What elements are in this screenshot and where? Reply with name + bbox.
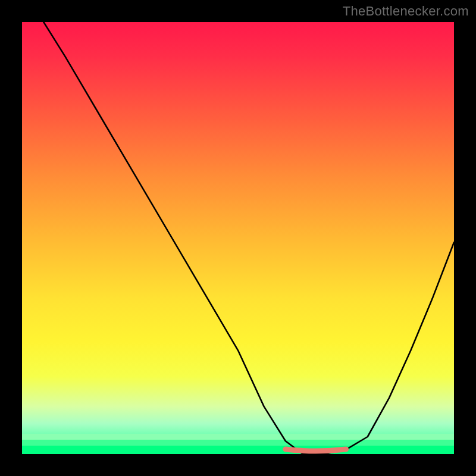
chart-root: TheBottlenecker.com	[0, 0, 476, 476]
attribution-label: TheBottlenecker.com	[343, 4, 469, 19]
plot-area	[22, 22, 454, 454]
bottleneck-curve	[22, 22, 454, 454]
